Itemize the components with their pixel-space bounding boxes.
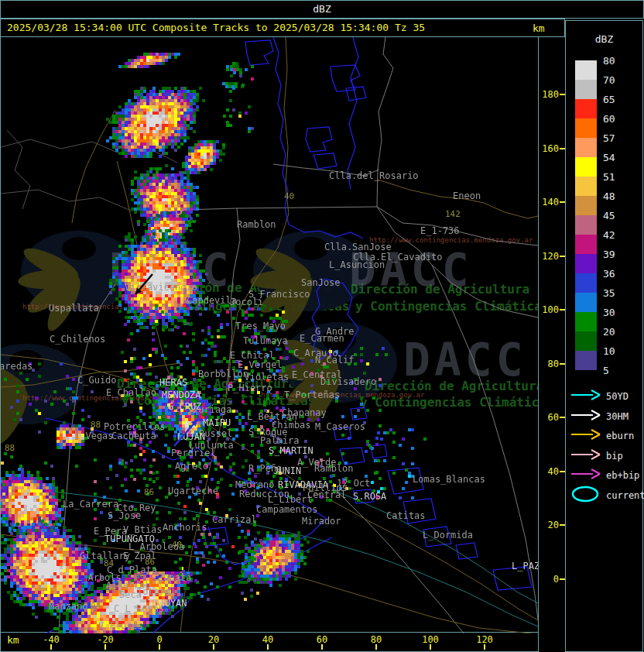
bottom-axis-tick (321, 644, 323, 650)
right-axis-tick-label: 120 (539, 251, 559, 262)
colorbar-tick-label: 54 (603, 152, 615, 163)
datetime-text: 2025/03/28 15:34:00 UTC Composite Tracks… (7, 22, 425, 33)
right-axis-tick (560, 578, 565, 580)
colorbar-swatch (575, 80, 597, 99)
colorbar-tick-label: 30 (603, 307, 615, 318)
bottom-axis-tick (50, 644, 52, 650)
right-axis-tick (560, 256, 565, 257)
bottom-axis-tick-label: 80 (371, 634, 382, 645)
bottom-axis-tick (484, 644, 485, 650)
right-axis-tick (560, 363, 565, 365)
bottom-axis-tick-label: 120 (476, 634, 493, 645)
colorbar-tick-label: 65 (603, 94, 615, 105)
legend-label: 50YD (606, 391, 629, 402)
right-axis-tick-label: 40 (539, 466, 559, 477)
legend-label: eburn (606, 431, 634, 441)
colorbar-swatch (575, 60, 597, 80)
right-axis-tick-label: 180 (539, 89, 559, 100)
right-axis-tick-label: 0 (539, 574, 559, 585)
right-axis-tick (560, 524, 565, 526)
legend-item-eburn: eburn (566, 427, 642, 444)
track-arrow-icon (570, 407, 602, 427)
colorbar-tick-label: 48 (603, 190, 615, 202)
colorbar-tick-label: 10 (603, 345, 615, 357)
current-ellipse-icon (570, 486, 602, 506)
storm-track-arrow-layer (1, 37, 538, 633)
radar-map-viewport[interactable]: DACCDirección de Agriculturay Contingenc… (1, 37, 538, 633)
colorbar-swatch (575, 312, 597, 331)
legend-item-50yd: 50YD (566, 388, 642, 405)
right-axis-tick-label: 140 (539, 197, 559, 208)
colorbar-tick-label: 36 (603, 268, 615, 280)
right-axis-tick (560, 471, 565, 472)
bottom-distance-axis: km -40-20020406080100120 (1, 632, 538, 651)
radar-app-window: dBZ 2025/03/28 15:34:00 UTC Composite Tr… (0, 0, 644, 652)
colorbar-tick-label: 80 (603, 55, 615, 67)
colorbar-tick-label: 35 (603, 287, 615, 299)
colorbar-swatch (575, 293, 597, 312)
colorbar-tick-label: 5 (603, 365, 609, 376)
colorbar-swatch (575, 273, 597, 293)
track-arrow-icon (570, 426, 602, 446)
right-axis-tick (560, 417, 565, 418)
colorbar-swatch (575, 254, 597, 273)
legend-label: bip (606, 451, 623, 462)
map-panel: DACCDirección de Agriculturay Contingenc… (0, 37, 539, 652)
bottom-axis-tick-label: 60 (317, 634, 327, 645)
legend-item-30hm: 30HM (566, 408, 642, 425)
right-axis-tick-label: 60 (539, 412, 559, 423)
legend-label: current (606, 490, 644, 501)
bottom-axis-unit-label: km (7, 634, 19, 646)
bottom-axis-tick (213, 644, 214, 650)
window-title: dBZ (313, 3, 331, 15)
colorbar-swatch (575, 351, 597, 370)
track-arrow-icon (570, 446, 602, 466)
right-axis-tick (560, 309, 565, 311)
right-axis-tick-label: 100 (539, 304, 559, 315)
colorbar-title: dBZ (566, 33, 642, 45)
colorbar-tick-label: 70 (603, 74, 615, 86)
bottom-axis-tick-label: -20 (97, 634, 114, 645)
bottom-axis-tick (430, 644, 431, 650)
colorbar-swatch (575, 235, 597, 254)
right-axis-unit-label: km (533, 22, 545, 34)
title-bar: dBZ (0, 0, 644, 19)
bottom-axis-tick-label: 40 (262, 634, 273, 645)
colorbar-tick-label: 45 (603, 210, 615, 221)
right-axis-tick (560, 94, 565, 95)
legend-item-current: current (566, 487, 642, 504)
colorbar-tick-label: 51 (603, 171, 615, 183)
colorbar-tick-label: 60 (603, 113, 615, 125)
bottom-axis-tick (159, 644, 160, 650)
legend-label: eb+bip (606, 470, 639, 481)
track-arrow-icon (570, 465, 602, 486)
right-axis-tick-label: 160 (539, 143, 559, 154)
legend-sidebar: dBZ 807065605754514845423936353020105 50… (565, 20, 643, 652)
bottom-axis-tick-label: 100 (422, 634, 439, 645)
bottom-axis-tick-label: 20 (208, 634, 219, 645)
bottom-axis-tick (267, 644, 269, 650)
right-axis-tick-label: 20 (539, 520, 559, 530)
bottom-axis-tick-label: 0 (156, 634, 162, 645)
legend-label: 30HM (606, 411, 629, 422)
right-axis-tick (560, 201, 565, 203)
colorbar-swatch (575, 177, 597, 196)
colorbar-tick-label: 20 (603, 326, 615, 338)
colorbar-swatch (575, 138, 597, 157)
colorbar-swatch (575, 118, 597, 138)
colorbar-tick-label: 57 (603, 132, 615, 144)
legend-item-bip: bip (566, 448, 642, 465)
right-axis-tick (560, 148, 565, 149)
right-axis-tick-label: 80 (539, 359, 559, 369)
colorbar-swatch (575, 99, 597, 118)
right-distance-axis: 180160140120100806040200 (539, 37, 565, 633)
colorbar-tick-label: 42 (603, 229, 615, 241)
datetime-bar: 2025/03/28 15:34:00 UTC Composite Tracks… (0, 19, 565, 37)
colorbar-swatch (575, 215, 597, 235)
bottom-axis-tick (104, 644, 106, 650)
colorbar-swatch (575, 331, 597, 351)
bottom-axis-tick (375, 644, 377, 650)
colorbar-tick-label: 39 (603, 249, 615, 260)
colorbar-swatch (575, 196, 597, 215)
track-arrow-icon (570, 386, 602, 407)
